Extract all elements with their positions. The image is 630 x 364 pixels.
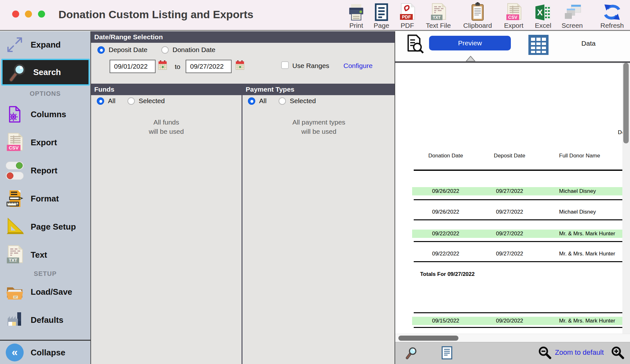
column-header-donation-date: Donation Date: [420, 153, 471, 159]
donation-date-radio[interactable]: Donation Date: [161, 46, 215, 54]
sidebar-item-columns[interactable]: Columns: [0, 102, 90, 127]
table-rule: [414, 312, 622, 313]
sidebar-item-defaults[interactable]: Defaults: [0, 307, 90, 333]
table-row: 09/26/2022 09/27/2022 Michael Disney: [412, 208, 622, 216]
txt-badge: TXT: [433, 15, 441, 20]
deposit-date-radio[interactable]: Deposit Date: [97, 46, 147, 54]
from-calendar-icon[interactable]: [158, 60, 167, 72]
set-square-icon: [4, 218, 25, 236]
close-window-button[interactable]: [12, 11, 19, 18]
folder-icon: [4, 283, 25, 301]
table-row: 09/26/2022 09/27/2022 Michael Disney: [412, 187, 622, 195]
data-grid-icon[interactable]: [528, 35, 549, 56]
funds-section-header: Funds: [91, 84, 242, 95]
radio-unselected-icon[interactable]: [161, 46, 169, 54]
factory-icon: [4, 311, 25, 329]
zoom-window-button[interactable]: [38, 11, 45, 18]
main-panel: Date/Range Selection Deposit Date Donati…: [91, 31, 395, 364]
zoom-to-default-link[interactable]: Zoom to default: [555, 348, 604, 357]
table-rule: [414, 261, 622, 262]
radio-selected-icon[interactable]: [97, 97, 104, 105]
columns-doc-gear-icon: [4, 105, 25, 123]
radio-selected-icon[interactable]: [248, 97, 255, 105]
sidebar: Expand Search OPTIONS Columns: [0, 31, 91, 364]
search-preview-icon[interactable]: [405, 346, 418, 360]
sidebar-item-text[interactable]: TXT Text: [0, 242, 90, 268]
table-rule: [414, 241, 622, 242]
window-title: Donation Custom Listing and Exports: [58, 8, 253, 21]
payment-types-all-radio[interactable]: All: [248, 97, 266, 105]
truncated-report-header: De: [618, 129, 622, 136]
sidebar-item-load-save[interactable]: Load/Save: [0, 279, 90, 305]
table-rule: [414, 170, 622, 171]
svg-text:CSV: CSV: [9, 145, 19, 150]
radio-unselected-icon[interactable]: [127, 97, 135, 105]
radio-selected-icon[interactable]: [97, 46, 105, 54]
screen-icon: [555, 2, 590, 21]
vertical-scrollbar-thumb[interactable]: [623, 63, 629, 143]
to-calendar-icon[interactable]: [235, 60, 244, 72]
payment-types-note: All payment types will be used: [242, 118, 395, 136]
use-ranges-label: Use Ranges: [292, 62, 329, 70]
zoom-out-icon[interactable]: [538, 346, 552, 361]
table-rule: [414, 199, 622, 200]
sidebar-item-report[interactable]: Report: [0, 158, 90, 183]
toggle-off-icon: [6, 172, 24, 180]
report-preview-canvas: De Donation Date Deposit Date Full Donor…: [395, 63, 622, 334]
sidebar-item-format[interactable]: Format: [0, 186, 90, 211]
app-window: { "window": { "title": "Donation Custom …: [0, 0, 630, 364]
funds-note: All funds will be used: [91, 118, 242, 136]
funds-selected-radio[interactable]: Selected: [127, 97, 165, 105]
preview-doc-magnifier-icon: [405, 34, 425, 56]
text-file-button[interactable]: TXT Text File: [421, 2, 456, 30]
sidebar-divider: [0, 340, 90, 341]
sidebar-item-page-setup[interactable]: Page Setup: [0, 214, 90, 239]
table-rule: [414, 327, 622, 328]
funds-all-radio[interactable]: All: [97, 97, 115, 105]
title-bar: Donation Custom Listing and Exports Prin…: [0, 0, 630, 31]
csv-file-icon: CSV: [4, 133, 25, 152]
column-header-full-donor-name: Full Donor Name: [559, 153, 600, 159]
preview-panel: Preview Data De Donation Date Deposit Da…: [395, 31, 630, 364]
toggle-switches-icon: [4, 162, 25, 180]
toggle-on-icon: [6, 162, 24, 170]
excel-x-glyph: X: [537, 8, 543, 17]
expand-arrows-icon: [4, 35, 25, 54]
from-date-input[interactable]: [110, 60, 156, 73]
txt-file-icon: TXT: [421, 2, 456, 21]
pdf-button[interactable]: PDF PDF: [390, 2, 425, 30]
tab-data[interactable]: Data: [572, 40, 604, 47]
horizontal-scrollbar-thumb[interactable]: [398, 336, 458, 341]
clipboard-button[interactable]: Clipboard: [460, 2, 495, 30]
sidebar-item-collapse[interactable]: « Collapse: [0, 341, 90, 364]
zoom-in-icon[interactable]: [611, 346, 625, 361]
refresh-button[interactable]: Refresh: [595, 2, 630, 30]
column-header-deposit-date: Deposit Date: [484, 153, 535, 159]
tab-preview[interactable]: Preview: [429, 36, 511, 50]
sidebar-section-options: OPTIONS: [0, 90, 90, 97]
sidebar-item-search[interactable]: Search: [1, 59, 90, 86]
format-doc-pencil-icon: [4, 190, 25, 208]
use-ranges-checkbox[interactable]: [281, 61, 289, 69]
date-range-section-header: Date/Range Selection: [91, 31, 395, 43]
payment-types-selected-radio[interactable]: Selected: [279, 97, 316, 105]
csv-badge: CSV: [508, 15, 518, 20]
vertical-scrollbar[interactable]: [622, 63, 630, 334]
sidebar-item-export[interactable]: CSV Export: [0, 130, 90, 155]
sidebar-item-expand[interactable]: Expand: [0, 32, 90, 57]
table-rule: [414, 219, 622, 220]
configure-link[interactable]: Configure: [343, 62, 373, 70]
horizontal-scrollbar[interactable]: [395, 334, 630, 342]
to-date-input[interactable]: [186, 60, 232, 73]
pdf-file-icon: PDF: [390, 2, 425, 21]
report-page-icon[interactable]: [441, 346, 453, 361]
refresh-icon: [595, 2, 630, 21]
payment-types-section-header: Payment Types: [242, 84, 395, 95]
preview-bottom-bar: Zoom to default: [395, 342, 630, 364]
screen-button[interactable]: Screen: [555, 2, 590, 30]
totals-label: Totals For 09/27/2022: [420, 271, 475, 277]
txt-file-icon: TXT: [4, 245, 25, 265]
svg-text:TXT: TXT: [9, 258, 18, 263]
minimize-window-button[interactable]: [25, 11, 32, 18]
radio-unselected-icon[interactable]: [279, 97, 286, 105]
